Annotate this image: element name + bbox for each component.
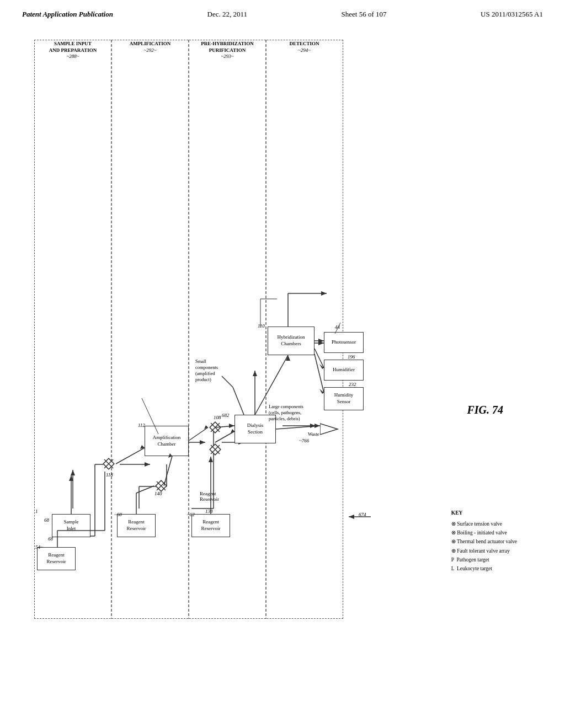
key-item-5: P Pathogen target — [451, 555, 517, 564]
box-reagent-62: ReagentReservoir — [191, 514, 230, 537]
ref-196: 196 — [348, 354, 355, 360]
ref-232: 232 — [349, 382, 356, 387]
ref-sample-inlet-2: 1 — [35, 508, 38, 514]
fig-label: FIG. 74 — [467, 404, 503, 416]
svg-line-32 — [335, 323, 340, 334]
ref-674: 674 — [359, 512, 366, 517]
key-title: KEY — [451, 508, 517, 517]
diagram-container: SAMPLE INPUTAND PREPARATION ~288~ AMPLIF… — [18, 29, 547, 690]
ref-138-label: ReagentReservoir — [200, 491, 219, 502]
ref-68: 68 — [48, 536, 53, 542]
ref-108: 108 — [214, 415, 221, 420]
small-components-label: Smallcomponents(amplifiedproduct) — [195, 358, 218, 383]
key-item-2: ⊗ Boiling - initiated valve — [451, 528, 517, 537]
valve-138-v — [208, 442, 222, 457]
ref-line-110 — [255, 293, 288, 329]
header-patent: US 2011/0312565 A1 — [481, 10, 543, 19]
ref-118-label: 118 — [106, 472, 113, 478]
box-reagent-54: ReagentReservoir — [37, 547, 76, 570]
box-humidity-sensor: HumiditySensor — [324, 387, 364, 410]
key-item-3: ⊕ Thermal bend actuator valve — [451, 537, 517, 546]
ref-682: 682 — [222, 413, 230, 418]
box-sample-inlet: SampleInlet — [52, 514, 90, 537]
ref-62: ~62 — [187, 512, 195, 517]
valve-140 — [154, 479, 168, 493]
header-left: Patent Application Publication — [22, 10, 113, 19]
svg-line-46 — [142, 398, 158, 434]
valve-118 — [102, 457, 116, 471]
ref-138: 138 — [205, 508, 213, 514]
waste-triangle — [320, 418, 342, 442]
section-label-amplification: AMPLIFICATION ~292~ — [113, 41, 188, 53]
svg-marker-45 — [320, 424, 338, 435]
key-item-4: ⊕ Fault tolerant valve array — [451, 547, 517, 555]
box-photosensor: Photosensor — [324, 332, 364, 353]
large-components-label: Large components(cells, pathogens,partic… — [269, 404, 303, 422]
key-item-1: ⊗ Surface tension valve — [451, 520, 517, 528]
ref-60: ~60 — [114, 512, 122, 517]
section-label-sample: SAMPLE INPUTAND PREPARATION ~288~ — [35, 41, 110, 60]
box-hybridization: HybridizationChambers — [268, 326, 315, 355]
valve-108 — [208, 420, 222, 435]
key-item-6: L Leukocyte target — [451, 564, 517, 573]
box-humidifier: Humidifier — [324, 360, 364, 381]
waste-label: Waste — [308, 431, 319, 437]
section-label-prehybrid: PRE-HYBRIDIZATIONPURIFICATION ~293~ — [190, 41, 265, 60]
ref-line-44 — [327, 320, 343, 334]
key-section: KEY ⊗ Surface tension valve ⊗ Boiling - … — [451, 508, 517, 573]
svg-marker-48 — [349, 515, 354, 519]
ref-line-112 — [136, 393, 164, 437]
section-label-detection: DETECTION ~294~ — [267, 41, 342, 53]
ref-sample-inlet: 68 — [44, 517, 49, 523]
ref-54: 54~ — [35, 544, 43, 550]
box-reagent-60: ReagentReservoir — [117, 514, 156, 537]
header-sheet: Sheet 56 of 107 — [342, 10, 387, 19]
ref-766: ~766 — [299, 438, 309, 443]
header-date: Dec. 22, 2011 — [207, 10, 247, 19]
